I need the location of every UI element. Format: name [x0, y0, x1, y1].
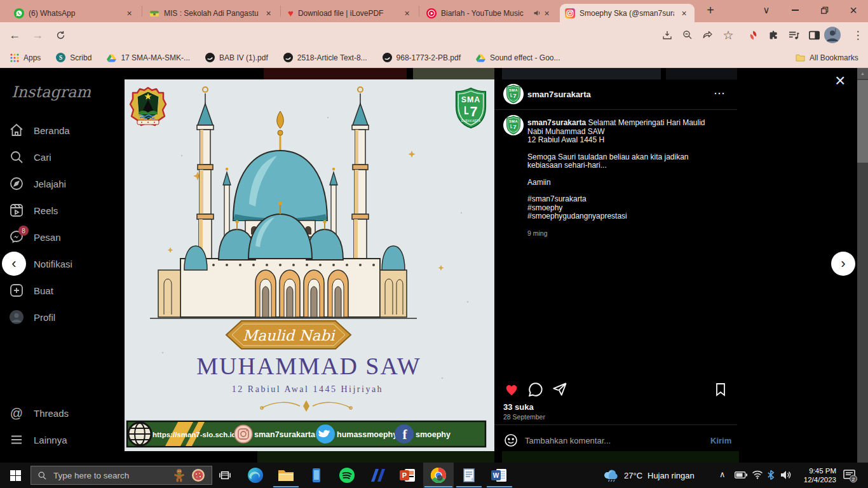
bookmark-2518-article[interactable]: 2518-Article Text-8... — [283, 53, 367, 62]
likes-count[interactable]: 33 suka — [503, 402, 534, 412]
bookmark-apps[interactable]: Apps — [10, 53, 41, 62]
avatar[interactable] — [503, 84, 524, 104]
maximize-button[interactable] — [810, 0, 839, 20]
hashtag[interactable]: #sman7surakarta — [527, 194, 587, 203]
tab-audio-icon[interactable] — [533, 9, 541, 17]
taskbar-your-phone[interactable] — [301, 463, 332, 488]
sidebar-item-lainnya[interactable]: Lainnya — [9, 432, 121, 447]
sidebar-item-jelajahi[interactable]: Jelajahi — [9, 176, 121, 191]
sidebar-item-reels[interactable]: Reels — [9, 203, 121, 218]
task-view-button[interactable] — [210, 463, 240, 488]
cookie-icon[interactable] — [191, 468, 205, 482]
sidebar-item-cari[interactable]: Cari — [9, 149, 121, 165]
profile-avatar[interactable] — [824, 27, 841, 43]
bookmark-star-icon[interactable]: ☆ — [720, 27, 736, 43]
emoji-icon[interactable] — [503, 433, 519, 451]
open-app-indicator — [456, 486, 482, 487]
open-app-indicator — [487, 486, 512, 487]
hashtag[interactable]: #smoephygudangnyaprestasi — [527, 212, 627, 220]
next-post-button[interactable]: › — [831, 252, 855, 276]
taskbar-file-explorer[interactable] — [271, 463, 301, 488]
page-scrollbar[interactable]: ▲ — [857, 68, 868, 463]
instagram-logo[interactable]: Instagram — [11, 83, 91, 101]
avatar[interactable] — [503, 115, 524, 135]
more-options-icon[interactable]: ⋯ — [714, 86, 725, 100]
tab-close-icon[interactable]: × — [124, 8, 135, 18]
extension-red-icon[interactable] — [745, 27, 761, 43]
post-username[interactable]: sman7surakarta — [527, 90, 591, 99]
drive-icon — [476, 53, 485, 62]
bookmark-drive-17sma[interactable]: 17 SMA-MA-SMK-... — [107, 53, 190, 62]
tray-clock[interactable]: 9:45 PM 12/4/2023 — [797, 466, 836, 484]
extensions-puzzle-icon[interactable] — [765, 27, 782, 43]
share-icon[interactable] — [700, 27, 716, 43]
back-icon[interactable]: ← — [6, 27, 23, 43]
battery-icon[interactable] — [735, 471, 747, 478]
close-window-button[interactable]: × — [839, 0, 868, 20]
bookmark-968-pb[interactable]: 968-1773-2-PB.pdf — [383, 53, 461, 62]
scribd-icon: S — [56, 53, 65, 62]
post-image[interactable]: Maulid Nabi MUHAMMAD SAW 12 Rabiul Awal … — [125, 79, 494, 451]
taskbar-spotify[interactable] — [332, 463, 362, 488]
tray-chevron-up-icon[interactable]: ∧ — [719, 470, 726, 479]
tab-youtube-music[interactable]: Biarlah - YouTube Music × — [421, 4, 557, 22]
taskbar-chrome[interactable] — [423, 463, 454, 488]
taskbar-edge[interactable] — [240, 463, 271, 488]
minimize-button[interactable] — [780, 0, 810, 20]
download-icon[interactable] — [659, 27, 675, 43]
bookmark-save-icon[interactable] — [713, 381, 728, 400]
playlist-icon[interactable] — [785, 27, 802, 43]
tab-instagram-active[interactable]: Smoephy Ska (@sman7sura × — [560, 4, 695, 22]
taskbar-search-box[interactable]: Type here to search — [31, 466, 212, 485]
bookmark-sound-effect[interactable]: Sound effect - Goo... — [476, 53, 560, 62]
taskbar-powerpoint[interactable]: P — [393, 463, 423, 488]
tab-close-icon[interactable]: × — [263, 8, 274, 18]
gingerbread-icon[interactable] — [173, 468, 185, 482]
tab-ilovepdf[interactable]: ♥ Download file | iLovePDF × — [283, 4, 417, 22]
taskbar-slashes-app[interactable] — [362, 463, 393, 488]
modal-close-icon[interactable]: × — [835, 71, 845, 91]
tab-close-icon[interactable]: × — [402, 8, 412, 18]
bookmark-bab-iv[interactable]: BAB IV (1).pdf — [205, 53, 268, 62]
tab-close-icon[interactable]: × — [679, 8, 689, 18]
post-timestamp[interactable]: 9 ming — [527, 229, 719, 238]
like-icon[interactable] — [503, 381, 520, 400]
side-panel-icon[interactable] — [806, 27, 822, 43]
bookmark-scribd[interactable]: S Scribd — [56, 53, 92, 62]
all-bookmarks-button[interactable]: All Bookmarks — [796, 53, 858, 62]
weather-temp[interactable]: 27°C — [624, 471, 642, 480]
taskbar-notepad[interactable] — [454, 463, 484, 488]
wifi-icon[interactable] — [752, 470, 763, 479]
svg-text:P: P — [402, 471, 407, 479]
forward-icon[interactable]: → — [29, 27, 46, 43]
prev-post-button[interactable]: ‹ — [2, 252, 26, 276]
bluetooth-icon[interactable] — [767, 470, 775, 480]
volume-icon[interactable] — [780, 470, 792, 480]
hashtag[interactable]: #smoephy — [527, 203, 562, 212]
tab-close-icon[interactable]: × — [541, 8, 552, 18]
scrollbar-thumb[interactable] — [857, 80, 868, 163]
sidebar-item-threads[interactable]: @ Threads — [9, 405, 121, 421]
weather-desc[interactable]: Hujan ringan — [648, 471, 695, 480]
tab-whatsapp[interactable]: (6) WhatsApp × — [9, 4, 140, 22]
new-tab-button[interactable]: + — [699, 0, 722, 20]
scrollbar-up-arrow[interactable]: ▲ — [857, 68, 868, 79]
weather-icon[interactable] — [604, 468, 619, 482]
notification-center-icon[interactable]: 2 — [843, 469, 858, 483]
sidebar-item-buat[interactable]: Buat — [9, 283, 121, 298]
zoom-icon[interactable] — [679, 27, 696, 43]
start-button[interactable] — [0, 463, 31, 488]
tab-search-chevron-icon[interactable]: ∨ — [754, 0, 779, 20]
browser-menu-kebab-icon[interactable]: ⋮ — [850, 27, 866, 43]
comment-send-button[interactable]: Kirim — [710, 436, 731, 445]
share-icon[interactable] — [552, 381, 568, 400]
tab-mis-sekolah[interactable]: MIS : Sekolah Adi Pangastuti × — [144, 4, 279, 22]
comment-input[interactable]: Tambahkan komentar... — [525, 436, 611, 445]
sidebar-item-beranda[interactable]: Beranda — [9, 123, 121, 138]
caption-username[interactable]: sman7surakarta — [527, 118, 586, 127]
taskbar-word[interactable]: W — [484, 463, 515, 488]
sidebar-item-pesan[interactable]: 8 Pesan — [9, 229, 121, 245]
sidebar-item-profil[interactable]: Profil — [9, 309, 121, 325]
refresh-icon[interactable] — [52, 27, 69, 43]
comment-icon[interactable] — [527, 381, 544, 400]
